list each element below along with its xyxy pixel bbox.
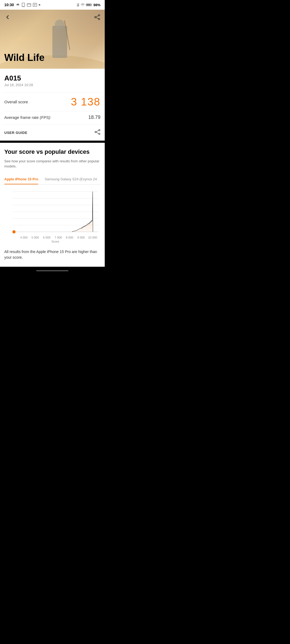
score-card: A015 Jul 18, 2024 10:28 Overall score 3 …	[0, 69, 105, 141]
share-button-hero[interactable]	[92, 12, 103, 23]
svg-text:4 000: 4 000	[20, 236, 28, 239]
svg-text:8 000: 8 000	[66, 236, 73, 239]
tab-iphone15pro[interactable]: Apple iPhone 15 Pro	[4, 174, 38, 184]
your-score-dot	[12, 230, 16, 234]
wifi-icon	[81, 3, 85, 6]
bottom-bar	[0, 267, 105, 275]
hero-section: Wild Life	[0, 10, 105, 69]
svg-point-15	[55, 20, 64, 29]
overall-score-value: 3 138	[71, 96, 100, 108]
calendar-icon	[27, 3, 31, 7]
score-chart: 4 000 5 000 6 000 7 000 8 000 9 000 10 0…	[4, 189, 100, 243]
fps-unit: (FPS)	[40, 115, 50, 120]
svg-line-20	[96, 16, 99, 17]
svg-text:6 000: 6 000	[43, 236, 50, 239]
status-bar: 10:30	[0, 0, 105, 10]
home-indicator	[36, 270, 68, 271]
svg-text:7 000: 7 000	[55, 236, 62, 239]
fps-label-text: Average frame rate	[4, 115, 39, 120]
status-left: 10:30	[4, 3, 40, 7]
svg-line-25	[96, 130, 99, 132]
result-text-container: All results from the Apple iPhone 15 Pro…	[0, 247, 105, 267]
compare-description: See how your score compares with results…	[4, 159, 100, 169]
status-time: 10:30	[4, 3, 14, 7]
svg-text:10 000: 10 000	[88, 236, 97, 239]
battery-icon	[86, 3, 92, 6]
user-guide-label[interactable]: USER GUIDE	[4, 131, 27, 135]
svg-line-21	[96, 17, 99, 19]
bluetooth-icon	[76, 3, 79, 7]
note-icon	[33, 3, 37, 7]
svg-text:5 000: 5 000	[31, 236, 39, 239]
device-tabs: Apple iPhone 15 Pro Samsung Galaxy S24 (…	[4, 174, 100, 185]
compare-title: Your score vs popular devices	[4, 148, 100, 156]
svg-rect-14	[52, 26, 67, 58]
back-button[interactable]	[2, 12, 13, 23]
benchmark-title: Wild Life	[4, 52, 45, 63]
notification-dot	[39, 4, 40, 6]
overall-score-label: Overall score	[4, 100, 28, 104]
overall-score-row: Overall score 3 138	[4, 92, 100, 111]
score-chart-container: 4 000 5 000 6 000 7 000 8 000 9 000 10 0…	[4, 185, 100, 247]
svg-rect-11	[86, 4, 91, 6]
mobile-icon	[21, 3, 25, 7]
tab-s24[interactable]: Samsung Galaxy S24 (Exynos 24	[45, 174, 97, 184]
result-text: All results from the Apple iPhone 15 Pro…	[4, 250, 97, 259]
score-date: Jul 18, 2024 10:28	[4, 83, 100, 87]
fps-label: Average frame rate (FPS)	[4, 115, 50, 120]
svg-line-26	[96, 132, 99, 134]
cloud-icon	[16, 3, 20, 6]
user-guide-row: USER GUIDE	[4, 125, 100, 141]
fps-value: 18.79	[88, 115, 100, 120]
score-id: A015	[4, 74, 100, 82]
share-button-card[interactable]	[95, 129, 100, 136]
svg-rect-2	[27, 3, 31, 6]
status-right: 98%	[76, 3, 100, 7]
fps-row: Average frame rate (FPS) 18.79	[4, 111, 100, 123]
battery-percentage: 98%	[93, 3, 100, 7]
compare-section: Your score vs popular devices See how yo…	[0, 143, 105, 247]
svg-text:9 000: 9 000	[77, 236, 85, 239]
svg-text:Score: Score	[52, 240, 59, 243]
